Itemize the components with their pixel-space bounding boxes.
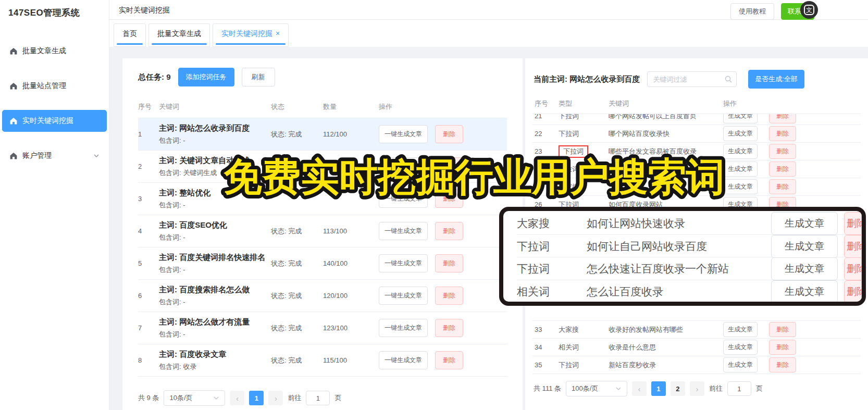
tutorial-button[interactable]: 使用教程 — [730, 3, 774, 20]
delete-button[interactable]: 删除 — [769, 340, 796, 355]
tab-label: 实时关键词挖掘 — [221, 29, 272, 38]
goto-page-input[interactable] — [727, 381, 751, 396]
generate-article-button[interactable]: 生成文章 — [771, 257, 838, 280]
task-row[interactable]: 6 主词: 百度搜索排名怎么做 包含词: - 状态: 完成 120/100 一键… — [138, 280, 507, 312]
main-keyword: 主词: 整站优化 — [159, 187, 271, 198]
page-size-select[interactable]: 10条/页 — [164, 390, 225, 406]
delete-button[interactable]: 删除 — [435, 287, 463, 305]
task-row[interactable]: 8 主词: 百度收录文章 包含词: 收录 状态: 完成 115/100 一键生成… — [138, 344, 507, 377]
keyword-row[interactable]: 23 下拉词 哪些平台发文容易被百度收录 生成文章 删除 — [532, 143, 861, 160]
row-index: 8 — [138, 356, 159, 364]
callout-row[interactable]: 下拉词 怎么快速让百度收录一个新站 生成文章 删除 — [517, 257, 862, 280]
generate-article-button[interactable]: 一键生成文章 — [379, 254, 428, 272]
next-page-button[interactable]: › — [268, 391, 283, 405]
callout-row[interactable]: 大家搜 如何让网站快速收录 生成文章 删除 — [517, 212, 862, 235]
keyword-text: 哪个网站百度收录快 — [609, 129, 719, 139]
task-row[interactable]: 1 主词: 网站怎么收录到百度 包含词: - 状态: 完成 112/100 一键… — [138, 118, 507, 151]
delete-button-clipped[interactable]: 删除 — [844, 280, 862, 303]
delete-button[interactable]: 删除 — [435, 222, 463, 240]
keyword-row[interactable]: 35 下拉词 新站百度秒收录 生成文章 删除 — [532, 356, 861, 374]
sidebar-item-batch-article[interactable]: 批量文章生成 — [2, 40, 107, 62]
generate-article-button[interactable]: 一键生成文章 — [379, 287, 428, 305]
total-tasks-label: 总任务: 9 — [138, 72, 171, 82]
keyword-type-highlight-box: 下拉词 — [559, 145, 588, 158]
delete-button-clipped[interactable]: 删除 — [844, 235, 862, 258]
generate-article-button[interactable]: 一键生成文章 — [379, 222, 428, 240]
task-row[interactable]: 3 主词: 整站优化 包含词: - 一键生成文章 删除 — [138, 183, 507, 215]
task-row[interactable]: 7 主词: 网站怎么做才有流量 包含词: - 状态: 完成 123/100 一键… — [138, 312, 507, 344]
goto-page-input[interactable] — [306, 391, 330, 405]
delete-button-clipped[interactable]: 删除 — [844, 212, 862, 235]
delete-button[interactable]: 删除 — [769, 357, 796, 372]
keyword-row[interactable]: 25 大家搜 生成文章 删除 — [532, 178, 861, 196]
page-number-1[interactable]: 1 — [651, 381, 666, 396]
delete-button[interactable]: 删除 — [769, 114, 796, 123]
page-number-2[interactable]: 2 — [671, 381, 685, 396]
generate-article-button[interactable]: 生成文章 — [771, 280, 838, 303]
generate-article-button[interactable]: 生成文章 — [723, 357, 758, 372]
generate-article-button[interactable]: 一键生成文章 — [379, 351, 428, 369]
delete-button[interactable]: 删除 — [769, 144, 796, 159]
add-task-button[interactable]: 添加挖词任务 — [178, 68, 234, 86]
task-row[interactable]: 2 主词: 关键词文章自动生成 包含词: 关键词生成 状态: 完成 100/10… — [138, 151, 507, 183]
row-count: 112/100 — [323, 130, 379, 138]
delete-button[interactable]: 删除 — [769, 322, 796, 337]
task-row[interactable]: 4 主词: 百度SEO优化 包含词: - 状态: 完成 113/100 一键生成… — [138, 215, 507, 247]
keyword-row[interactable]: 24 下拉词 生成文章 删除 — [532, 160, 861, 178]
generate-article-button[interactable]: 生成文章 — [723, 126, 758, 141]
prev-page-button[interactable]: ‹ — [230, 391, 244, 405]
delete-button[interactable]: 删除 — [435, 157, 463, 176]
tab-realtime-keyword[interactable]: 实时关键词挖掘× — [213, 23, 289, 47]
magnified-callout-box: 大家搜 如何让网站快速收录 生成文章 删除 下拉词 如何让自己网站收录百度 生成… — [499, 207, 866, 306]
keyword-row[interactable]: 22 下拉词 哪个网站百度收录快 生成文章 删除 — [532, 125, 861, 143]
sidebar-item-batch-site[interactable]: 批量站点管理 — [2, 75, 107, 97]
delete-button[interactable]: 删除 — [435, 125, 463, 143]
next-page-button[interactable]: › — [690, 381, 704, 396]
tab-label: 首页 — [122, 29, 137, 38]
tab-batch-article[interactable]: 批量文章生成 — [148, 23, 210, 47]
keyword-type: 相关词 — [517, 284, 580, 299]
callout-row[interactable]: 相关词 怎么让百度收录 生成文章 删除 — [517, 280, 862, 303]
generate-article-button[interactable]: 生成文章 — [771, 235, 838, 258]
delete-button[interactable]: 删除 — [769, 126, 796, 141]
generate-article-button[interactable]: 一键生成文章 — [379, 190, 428, 208]
generate-article-button[interactable]: 生成文章 — [723, 179, 758, 194]
goto-label: 前往 — [288, 393, 301, 403]
generate-article-button[interactable]: 生成文章 — [723, 340, 758, 355]
delete-button[interactable]: 删除 — [435, 319, 463, 337]
tab-home[interactable]: 首页 — [114, 23, 146, 47]
keyword-row[interactable]: 33 大家搜 收录好的发帖网站有哪些 生成文章 删除 — [532, 321, 861, 339]
generate-article-button[interactable]: 一键生成文章 — [379, 157, 428, 176]
generate-article-button[interactable]: 生成文章 — [723, 144, 758, 159]
keyword-filter-input[interactable] — [647, 71, 737, 87]
delete-button[interactable]: 删除 — [435, 254, 463, 272]
callout-row[interactable]: 下拉词 如何让自己网站收录百度 生成文章 删除 — [517, 235, 862, 258]
generate-article-button[interactable]: 生成文章 — [723, 161, 758, 177]
delete-button[interactable]: 删除 — [435, 351, 463, 369]
prev-page-button[interactable]: ‹ — [632, 381, 647, 396]
page-number-1[interactable]: 1 — [249, 391, 264, 405]
keyword-row[interactable]: 21 下拉词 哪个网站发帖可以上百度首页 生成文章 删除 — [532, 114, 861, 125]
delete-button[interactable]: 删除 — [435, 190, 463, 208]
keyword-row[interactable]: 34 相关词 收录是什么意思 生成文章 删除 — [532, 339, 861, 356]
generate-article-button[interactable]: 生成文章 — [723, 322, 758, 337]
translate-extension-icon[interactable]: 文 — [800, 1, 818, 19]
delete-button[interactable]: 删除 — [769, 161, 796, 177]
task-row[interactable]: 5 主词: 百度关键词排名快速排名 包含词: - 状态: 完成 140/100 … — [138, 247, 507, 280]
sidebar-item-account[interactable]: 账户管理 — [2, 145, 107, 167]
generate-article-button[interactable]: 一键生成文章 — [379, 125, 428, 143]
col-index: 序号 — [535, 99, 559, 108]
sidebar-item-realtime-keyword[interactable]: 实时关键词挖掘 — [2, 110, 107, 132]
close-tab-icon[interactable]: × — [276, 29, 280, 38]
keyword-type: 下拉词 — [559, 129, 609, 139]
generate-all-button[interactable]: 是否生成:全部 — [748, 70, 804, 89]
delete-button[interactable]: 删除 — [769, 179, 796, 194]
task-pagination: 共 9 条 10条/页 ‹ 1 › 前往 页 — [138, 390, 507, 406]
row-index: 35 — [535, 361, 559, 369]
page-size-select[interactable]: 100条/页 — [566, 381, 627, 396]
refresh-button[interactable]: 刷新 — [242, 68, 275, 86]
generate-article-button[interactable]: 生成文章 — [771, 212, 838, 235]
delete-button-clipped[interactable]: 删除 — [844, 257, 862, 280]
generate-article-button[interactable]: 一键生成文章 — [379, 319, 428, 337]
generate-article-button[interactable]: 生成文章 — [723, 114, 758, 123]
